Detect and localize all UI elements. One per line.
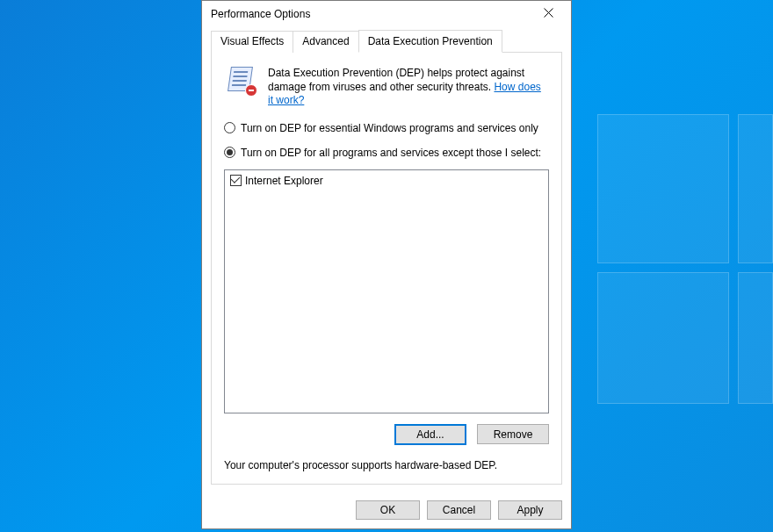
add-button[interactable]: Add...: [394, 424, 466, 445]
close-button[interactable]: [531, 2, 566, 25]
dep-description: Data Execution Prevention (DEP) helps pr…: [268, 67, 524, 93]
dep-info-text: Data Execution Prevention (DEP) helps pr…: [268, 67, 549, 108]
tab-advanced[interactable]: Advanced: [293, 31, 358, 53]
window-title: Performance Options: [211, 8, 531, 20]
list-item-checkbox[interactable]: [230, 175, 242, 186]
dep-info-row: Data Execution Prevention (DEP) helps pr…: [224, 67, 549, 108]
dep-status-text: Your computer's processor supports hardw…: [224, 459, 549, 471]
tab-dep[interactable]: Data Execution Prevention: [358, 30, 502, 53]
tab-strip: Visual Effects Advanced Data Execution P…: [202, 31, 571, 53]
cancel-button[interactable]: Cancel: [427, 500, 491, 520]
apply-button[interactable]: Apply: [498, 500, 562, 520]
remove-button[interactable]: Remove: [477, 424, 549, 444]
radio-essential-row[interactable]: Turn on DEP for essential Windows progra…: [224, 122, 549, 134]
close-icon: [544, 8, 553, 18]
tab-visual-effects[interactable]: Visual Effects: [211, 31, 293, 53]
dep-chip-icon: [228, 67, 257, 97]
list-button-row: Add... Remove: [224, 424, 549, 445]
windows-logo-decoration: [597, 114, 773, 404]
radio-all-row[interactable]: Turn on DEP for all programs and service…: [224, 147, 549, 159]
radio-all-label: Turn on DEP for all programs and service…: [241, 147, 541, 159]
list-item[interactable]: Internet Explorer: [230, 174, 543, 188]
radio-essential-label: Turn on DEP for essential Windows progra…: [241, 122, 538, 134]
radio-all[interactable]: [224, 147, 235, 158]
radio-essential[interactable]: [224, 122, 235, 133]
list-item-label: Internet Explorer: [245, 175, 323, 187]
dep-panel: Data Execution Prevention (DEP) helps pr…: [211, 53, 562, 485]
ok-button[interactable]: OK: [356, 500, 420, 520]
dep-exclusion-list[interactable]: Internet Explorer: [224, 169, 549, 413]
performance-options-dialog: Performance Options Visual Effects Advan…: [201, 0, 572, 529]
titlebar: Performance Options: [202, 1, 571, 27]
dialog-button-row: OK Cancel Apply: [202, 493, 571, 528]
